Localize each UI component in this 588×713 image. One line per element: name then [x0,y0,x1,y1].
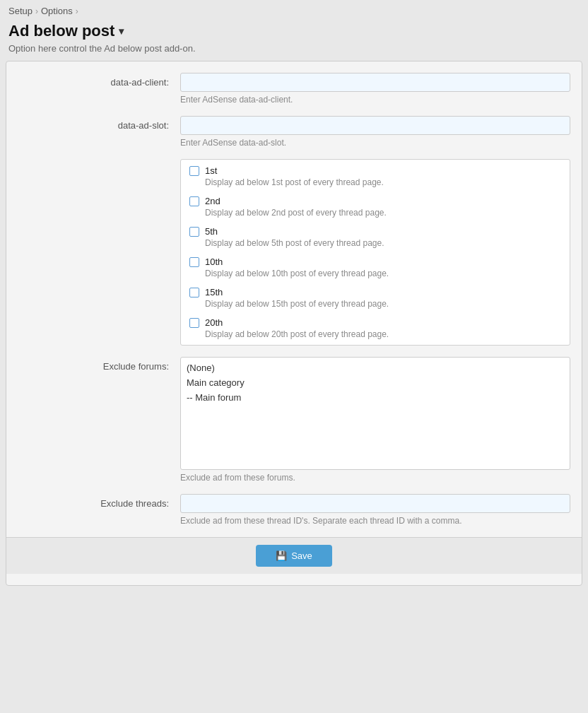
checkbox-1st[interactable] [189,166,199,176]
checkbox-20th-desc: Display ad below 20th post of every thre… [205,329,561,339]
checkbox-item-5th: 5th Display ad below 5th post of every t… [189,226,561,248]
exclude-threads-label: Exclude threads: [18,494,180,509]
exclude-forums-hint: Exclude ad from these forums. [180,473,570,483]
page-title-text: Ad below post [8,22,114,40]
exclude-forums-label: Exclude forums: [18,357,180,372]
checkboxes-row: 1st Display ad below 1st post of every t… [6,159,582,346]
page-subtitle: Option here control the Ad below post ad… [0,42,588,61]
checkbox-10th[interactable] [189,257,199,267]
exclude-threads-row: Exclude threads: Exclude ad from these t… [6,494,582,526]
forum-option-main-category[interactable]: Main category [181,375,570,390]
checkbox-1st-label: 1st [205,165,217,176]
checkbox-2nd-label: 2nd [205,196,220,206]
breadcrumb: Setup › Options › [0,0,588,19]
page-title: Ad below post ▾ [8,22,580,40]
checkbox-5th-desc: Display ad below 5th post of every threa… [205,238,561,248]
checkbox-item-2nd: 2nd Display ad below 2nd post of every t… [189,196,561,218]
checkbox-15th-label: 15th [205,287,223,297]
breadcrumb-options[interactable]: Options [41,6,73,16]
forum-option-main-forum[interactable]: -- Main forum [181,390,570,405]
checkboxes-label [18,159,180,163]
data-ad-slot-hint: Enter AdSense data-ad-slot. [180,138,570,148]
checkbox-2nd-desc: Display ad below 2nd post of every threa… [205,208,561,218]
exclude-forums-row: Exclude forums: (None) Main category -- … [6,357,582,483]
data-ad-client-row: data-ad-client: Enter AdSense data-ad-cl… [6,73,582,105]
save-button[interactable]: 💾 Save [256,545,332,567]
exclude-forums-field: (None) Main category -- Main forum Exclu… [180,357,570,483]
data-ad-client-input[interactable] [180,73,570,92]
breadcrumb-sep-1: › [35,6,38,16]
checkbox-20th[interactable] [189,318,199,328]
exclude-threads-field: Exclude ad from these thread ID's. Separ… [180,494,570,526]
data-ad-client-hint: Enter AdSense data-ad-client. [180,95,570,105]
data-ad-slot-field: Enter AdSense data-ad-slot. [180,116,570,148]
checkbox-1st-desc: Display ad below 1st post of every threa… [205,177,561,187]
save-bar: 💾 Save [6,537,582,574]
checkbox-10th-desc: Display ad below 10th post of every thre… [205,269,561,278]
exclude-threads-hint: Exclude ad from these thread ID's. Separ… [180,516,570,526]
checkbox-2nd[interactable] [189,196,199,206]
exclude-forums-select[interactable]: (None) Main category -- Main forum [180,357,570,470]
checkbox-item-1st: 1st Display ad below 1st post of every t… [189,165,561,187]
checkbox-15th[interactable] [189,288,199,297]
save-button-label: Save [291,550,312,561]
forum-option-none[interactable]: (None) [181,360,570,375]
page-wrapper: Setup › Options › Ad below post ▾ Option… [0,0,588,586]
checkbox-group: 1st Display ad below 1st post of every t… [180,159,570,346]
data-ad-client-field: Enter AdSense data-ad-client. [180,73,570,105]
data-ad-client-label: data-ad-client: [18,73,180,88]
checkbox-item-15th: 15th Display ad below 15th post of every… [189,287,561,309]
breadcrumb-sep-2: › [76,6,78,16]
data-ad-slot-input[interactable] [180,116,570,135]
checkbox-10th-label: 10th [205,257,223,267]
main-content: data-ad-client: Enter AdSense data-ad-cl… [6,61,582,586]
exclude-threads-input[interactable] [180,494,570,513]
page-header: Ad below post ▾ [0,19,588,42]
save-icon: 💾 [276,550,287,561]
checkbox-20th-label: 20th [205,317,223,328]
checkbox-5th[interactable] [189,227,199,237]
checkbox-5th-label: 5th [205,226,218,237]
checkboxes-field: 1st Display ad below 1st post of every t… [180,159,570,346]
breadcrumb-setup[interactable]: Setup [8,6,33,16]
checkbox-item-10th: 10th Display ad below 10th post of every… [189,257,561,278]
data-ad-slot-label: data-ad-slot: [18,116,180,131]
checkbox-15th-desc: Display ad below 15th post of every thre… [205,299,561,309]
checkbox-item-20th: 20th Display ad below 20th post of every… [189,317,561,339]
dropdown-arrow-icon[interactable]: ▾ [119,25,124,37]
data-ad-slot-row: data-ad-slot: Enter AdSense data-ad-slot… [6,116,582,148]
